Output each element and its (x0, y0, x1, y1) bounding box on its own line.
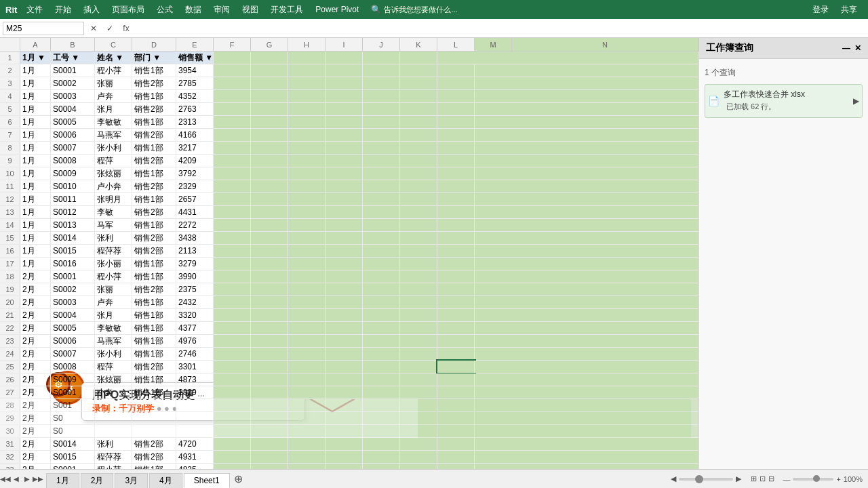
cell-H[interactable] (288, 425, 326, 437)
cell-E[interactable]: 3954 (176, 64, 214, 77)
cell-H[interactable] (288, 309, 326, 321)
menu-power-pivot[interactable]: Power Pivot (310, 3, 364, 16)
cell-G[interactable] (251, 64, 288, 77)
cell-B[interactable]: S0004 (51, 103, 95, 115)
cell-D[interactable]: 销售1部 (132, 373, 176, 386)
cell-B[interactable]: S0005 (51, 116, 95, 128)
cell-A[interactable]: 2月 (20, 270, 51, 283)
cell-M[interactable] (437, 425, 475, 437)
cell-E[interactable] (176, 399, 214, 411)
cell-C[interactable] (95, 425, 132, 437)
cell-A[interactable]: 2月 (20, 425, 51, 437)
menu-view[interactable]: 视图 (237, 3, 264, 17)
cell-H[interactable] (288, 116, 326, 128)
cell-B[interactable]: S0007 (51, 348, 95, 360)
col-header-D[interactable]: D (132, 38, 176, 51)
cell-M[interactable] (437, 219, 475, 231)
cell-C[interactable]: 马燕军 (95, 335, 132, 347)
col-header-I[interactable]: I (326, 38, 363, 51)
cell-D[interactable]: 销售2部 (132, 77, 176, 89)
cell-H[interactable] (288, 322, 326, 334)
cell-G[interactable] (251, 206, 288, 218)
cell-B[interactable]: S001 (51, 399, 95, 411)
cell-K[interactable] (400, 167, 437, 180)
login-btn[interactable]: 登录 (807, 4, 834, 16)
cell-1J[interactable] (363, 52, 400, 64)
cell-N[interactable] (475, 373, 698, 386)
cell-J[interactable] (363, 142, 400, 154)
cell-M[interactable] (437, 116, 475, 128)
cell-M[interactable] (437, 232, 475, 244)
col-header-J[interactable]: J (363, 38, 400, 51)
cell-F[interactable] (214, 270, 251, 283)
panel-close-btn[interactable]: ✕ (854, 43, 861, 53)
cell-N[interactable] (475, 180, 698, 192)
cell-H[interactable] (288, 361, 326, 373)
cell-M[interactable] (437, 206, 475, 218)
cell-C[interactable]: 卢奔 (95, 296, 132, 308)
col-header-A[interactable]: A (20, 38, 51, 51)
cell-K[interactable] (400, 90, 437, 102)
cell-A[interactable]: 1月 (20, 206, 51, 218)
cell-A[interactable]: 1月 (20, 155, 51, 167)
cell-K[interactable] (400, 322, 437, 334)
cell-J[interactable] (363, 309, 400, 321)
cell-B[interactable]: S0015 (51, 451, 95, 463)
cell-E[interactable]: 2746 (176, 348, 214, 360)
cell-E[interactable]: 2313 (176, 116, 214, 128)
cell-G[interactable] (251, 232, 288, 244)
cell-N[interactable] (475, 309, 698, 321)
cell-H[interactable] (288, 348, 326, 360)
confirm-formula-btn[interactable]: ✓ (103, 22, 117, 35)
cell-J[interactable] (363, 193, 400, 205)
cell-1F[interactable] (214, 52, 251, 64)
cell-A[interactable]: 1月 (20, 103, 51, 115)
cell-H[interactable] (288, 77, 326, 89)
cell-D[interactable]: 销售2部 (132, 129, 176, 141)
cell-E[interactable]: 2375 (176, 283, 214, 296)
cell-K[interactable] (400, 361, 437, 373)
cell-M[interactable] (437, 361, 475, 373)
cell-K[interactable] (400, 283, 437, 296)
cell-N[interactable] (475, 245, 698, 257)
cell-B[interactable]: S0003 (51, 90, 95, 102)
cell-D[interactable]: 销售2部 (132, 180, 176, 192)
cell-D[interactable]: 销售1部 (132, 270, 176, 283)
cell-I[interactable] (326, 361, 363, 373)
cell-K[interactable] (400, 335, 437, 347)
cell-M[interactable] (437, 373, 475, 386)
menu-data[interactable]: 数据 (180, 3, 207, 17)
cell-F[interactable] (214, 425, 251, 437)
cell-K[interactable] (400, 386, 437, 399)
cell-H[interactable] (288, 167, 326, 180)
scroll-left-btn[interactable]: ◀ (671, 474, 676, 483)
cell-A[interactable]: 2月 (20, 386, 51, 399)
cell-G[interactable] (251, 258, 288, 270)
cell-A[interactable]: 1月 (20, 90, 51, 102)
cell-C[interactable]: 张月 (95, 103, 132, 115)
cell-N[interactable] (475, 258, 698, 270)
cell-K[interactable] (400, 129, 437, 141)
cell-C[interactable]: 小奔 (95, 386, 132, 399)
cell-E[interactable]: 3279 (176, 258, 214, 270)
cell-I[interactable] (326, 373, 363, 386)
cell-G[interactable] (251, 90, 288, 102)
col-header-N[interactable]: N (512, 38, 698, 51)
cell-J[interactable] (363, 77, 400, 89)
cell-F[interactable] (214, 206, 251, 218)
cell-B[interactable]: S0002 (51, 77, 95, 89)
cell-J[interactable] (363, 399, 400, 411)
cell-M[interactable] (437, 142, 475, 154)
cell-1A[interactable]: 1月 ▼ (20, 52, 51, 64)
cell-E[interactable]: 4931 (176, 451, 214, 463)
cell-1L[interactable] (437, 52, 698, 64)
cell-I[interactable] (326, 219, 363, 231)
cell-E[interactable]: 4209 (176, 155, 214, 167)
cell-C[interactable]: 张利 (95, 232, 132, 244)
cell-N[interactable] (475, 206, 698, 218)
cell-K[interactable] (400, 412, 437, 424)
cell-M[interactable] (437, 180, 475, 192)
cell-J[interactable] (363, 373, 400, 386)
cell-M[interactable] (437, 296, 475, 308)
cell-C[interactable]: 李敏敏 (95, 322, 132, 334)
